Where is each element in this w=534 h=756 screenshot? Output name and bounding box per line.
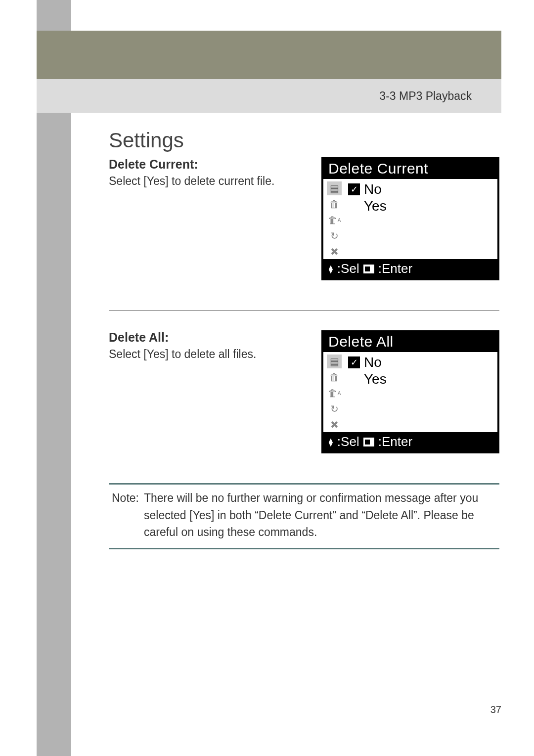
page-content: Settings Delete Current: Select [Yes] to… (109, 129, 499, 549)
lcd-footer: ▲▼ :Sel :Enter (323, 259, 497, 278)
divider (109, 310, 499, 311)
delete-all-heading: Delete All: (109, 330, 307, 345)
left-margin-stripe (37, 0, 71, 756)
close-icon: ✖ (326, 417, 342, 432)
delete-all-text: Delete All: Select [Yes] to delete all f… (109, 330, 307, 361)
option-yes-row: Yes (348, 198, 497, 215)
option-yes-row: Yes (348, 371, 497, 388)
note-block: Note: There will be no further warning o… (109, 483, 499, 549)
check-icon: ✓ (348, 183, 360, 195)
updown-icon: ▲▼ (327, 438, 334, 446)
delete-current-heading: Delete Current: (109, 157, 307, 172)
lcd-title: Delete Current (323, 159, 497, 179)
repeat-icon: ↻ (326, 401, 342, 416)
lcd-footer: ▲▼ :Sel :Enter (323, 432, 497, 451)
trash-icon: 🗑 (326, 370, 342, 385)
delete-current-body: Select [Yes] to delete current file. (109, 175, 307, 188)
option-no-label: No (364, 355, 382, 370)
page-title: Settings (109, 129, 499, 152)
footer-sel-label: :Sel (337, 434, 359, 449)
list-icon: ▤ (326, 181, 342, 196)
lcd-delete-current: Delete Current ▤ 🗑 🗑A ↻ ✖ ✓ No Y (321, 157, 499, 280)
lcd-body: ▤ 🗑 🗑A ↻ ✖ ✓ No Yes (323, 179, 497, 259)
section-header-bar: 3-3 MP3 Playback (37, 79, 501, 113)
lcd-options: ✓ No Yes (345, 179, 497, 259)
lcd-body: ▤ 🗑 🗑A ↻ ✖ ✓ No Yes (323, 352, 497, 432)
delete-all-row: Delete All: Select [Yes] to delete all f… (109, 330, 499, 453)
repeat-icon: ↻ (326, 228, 342, 243)
footer-enter-label: :Enter (378, 434, 412, 449)
lcd-side-icons: ▤ 🗑 🗑A ↻ ✖ (323, 179, 345, 259)
footer-sel-label: :Sel (337, 261, 359, 276)
section-header-text: 3-3 MP3 Playback (379, 89, 472, 103)
enter-icon (363, 438, 374, 446)
option-no-label: No (364, 181, 382, 197)
trash-all-icon: 🗑A (326, 386, 342, 400)
note-text: There will be no further warning or conf… (144, 489, 496, 541)
trash-all-icon: 🗑A (326, 213, 342, 227)
option-no-row: ✓ No (348, 181, 497, 198)
footer-enter-label: :Enter (378, 261, 412, 276)
lcd-side-icons: ▤ 🗑 🗑A ↻ ✖ (323, 352, 345, 432)
option-no-row: ✓ No (348, 354, 497, 371)
option-yes-label: Yes (364, 198, 387, 214)
trash-icon: 🗑 (326, 197, 342, 212)
delete-current-row: Delete Current: Select [Yes] to delete c… (109, 157, 499, 280)
enter-icon (363, 265, 374, 273)
lcd-options: ✓ No Yes (345, 352, 497, 432)
list-icon: ▤ (326, 354, 342, 369)
delete-current-text: Delete Current: Select [Yes] to delete c… (109, 157, 307, 188)
lcd-title: Delete All (323, 332, 497, 352)
close-icon: ✖ (326, 244, 342, 259)
option-yes-label: Yes (364, 371, 387, 387)
page-number: 37 (490, 704, 501, 715)
note-label: Note: (112, 489, 139, 541)
lcd-delete-all: Delete All ▤ 🗑 🗑A ↻ ✖ ✓ No Yes (321, 330, 499, 453)
updown-icon: ▲▼ (327, 265, 334, 273)
check-icon: ✓ (348, 356, 360, 368)
delete-all-body: Select [Yes] to delete all files. (109, 348, 307, 361)
top-color-band (37, 31, 501, 79)
